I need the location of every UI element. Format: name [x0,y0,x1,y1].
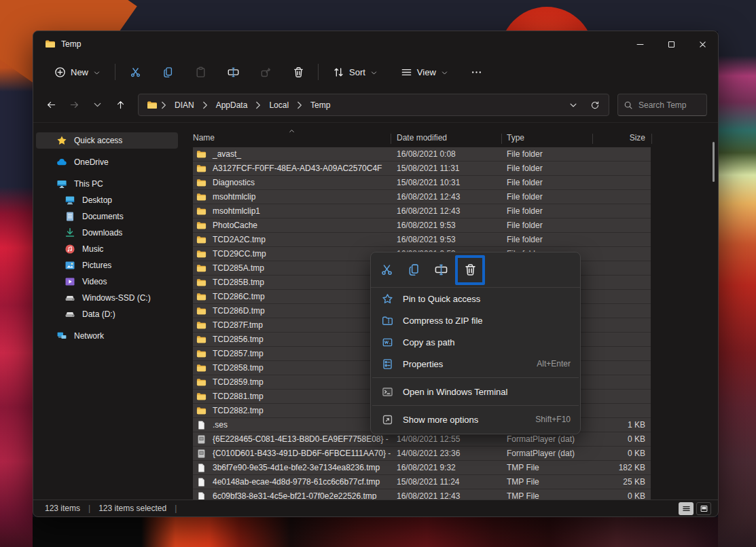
table-row[interactable]: Diagnostics15/08/2021 10:31File folder [193,176,651,190]
column-header-date-modified[interactable]: Date modified [391,133,501,147]
sidebar-item-this-pc[interactable]: This PC [36,176,178,192]
file-name-cell: A3127FCF-F0FF-48EA-AD43-A09AC2570C4F [193,164,391,174]
table-row[interactable]: _avast_16/08/2021 0:08File folder [193,147,651,162]
new-button[interactable]: New [48,62,107,83]
close-icon [698,39,707,48]
column-header-name[interactable]: Name [193,133,391,147]
file-name-cell: TCD29CC.tmp [193,249,391,259]
context-menu-item-label: Properties [403,359,443,369]
context-menu-item-label: Copy as path [403,337,455,347]
folder-icon [147,100,158,111]
sort-button[interactable]: Sort [327,62,384,83]
file-name: TCD29CC.tmp [213,249,266,259]
column-header-type[interactable]: Type [501,133,592,147]
context-menu-shortcut: Shift+F10 [535,415,571,424]
search-input[interactable] [638,100,701,110]
copy-button[interactable] [156,61,179,83]
minimize-button[interactable] [624,31,655,56]
context-menu-item-open-in-windows-terminal[interactable]: Open in Windows Terminal [371,381,580,402]
refresh-button[interactable] [586,96,605,114]
delete-icon [464,263,477,276]
file-name-cell: PhotoCache [193,221,391,231]
context-delete-button[interactable] [458,258,482,282]
close-button[interactable] [687,31,718,56]
context-menu-divider [372,377,579,378]
table-row[interactable]: TCD2A2C.tmp16/08/2021 9:53File folder [193,233,651,247]
large-icons-view-button[interactable] [696,502,711,515]
context-menu-item-label: Show more options [403,415,478,425]
view-button[interactable]: View [395,62,454,83]
rename-button[interactable] [221,61,245,83]
maximize-button[interactable] [655,31,687,56]
file-name-cell: TCD2857.tmp [193,349,391,359]
forward-button[interactable] [63,94,85,116]
column-divider [501,134,502,144]
sort-icon [333,67,344,78]
table-row[interactable]: A3127FCF-F0FF-48EA-AD43-A09AC2570C4F15/0… [193,162,651,176]
file-name-cell: 4e0148ab-ecae-4d8d-9778-61cc6c6b77cf.tmp [193,477,391,487]
recent-locations-button[interactable] [86,94,108,116]
context-menu-item-show-more-options[interactable]: Show more optionsShift+F10 [371,409,580,430]
column-header-size[interactable]: Size [592,133,651,147]
delete-button[interactable] [287,61,310,83]
table-row[interactable]: 3b6f7e90-9e35-4d1e-bfe2-3e7134ea8236.tmp… [193,461,651,475]
file-name: A3127FCF-F0FF-48EA-AD43-A09AC2570C4F [213,164,382,173]
back-button[interactable] [40,94,62,116]
column-divider [651,134,652,144]
cut-button[interactable] [124,61,147,83]
sidebar-item-pictures[interactable]: Pictures [36,257,178,274]
context-menu-item-properties[interactable]: PropertiesAlt+Enter [371,353,580,375]
context-rename-button[interactable] [429,258,453,282]
details-view-button[interactable] [679,502,694,515]
sidebar-item-label: Pictures [82,261,111,270]
sidebar-item-videos[interactable]: Videos [36,274,178,290]
sidebar-item-downloads[interactable]: Downloads [36,225,178,241]
address-bar[interactable]: DIANAppDataLocalTemp [138,94,609,116]
sidebar-item-windows-ssd-c[interactable]: Windows-SSD (C:) [36,290,178,306]
context-menu-item-pin-to-quick-access[interactable]: Pin to Quick access [371,288,580,309]
file-icon [196,463,206,473]
context-cut-button[interactable] [374,258,399,282]
context-copy-button[interactable] [401,258,426,282]
file-date-cell: 16/08/2021 12:43 [391,491,501,499]
file-date-cell: 16/08/2021 9:32 [391,463,501,472]
vertical-scrollbar[interactable] [713,142,715,182]
file-name-cell: TCD2881.tmp [193,392,391,402]
sidebar-item-desktop[interactable]: Desktop [36,192,178,208]
more-options-button[interactable] [465,61,488,83]
table-row[interactable]: {C010D601-B433-491D-BD6F-6FBCE111AA70} -… [193,447,651,461]
table-row[interactable]: msohtmlclip16/08/2021 12:43File folder [193,190,651,204]
file-name: _avast_ [213,149,241,159]
chevron-down-icon [441,69,448,76]
context-menu-item-compress-to-zip-file[interactable]: Compress to ZIP file [371,309,580,331]
sidebar-item-music[interactable]: Music [36,241,178,257]
breadcrumb-local[interactable]: Local [264,98,293,113]
file-name-cell: 6c09bf38-8e31-4c5e-bf21-07f0e2e22526.tmp [193,491,391,500]
address-dropdown-button[interactable] [564,96,583,114]
table-row[interactable]: 6c09bf38-8e31-4c5e-bf21-07f0e2e22526.tmp… [193,489,651,499]
breadcrumb-temp[interactable]: Temp [306,98,335,113]
sidebar-item-documents[interactable]: Documents [36,208,178,225]
desktop: Temp New Sort Vi [0,0,756,547]
sidebar-item-quick-access[interactable]: Quick access [36,132,178,149]
navigation-pane: Quick accessOneDriveThis PCDesktopDocume… [33,123,181,499]
plus-circle-icon [54,67,66,78]
sidebar-item-data-d[interactable]: Data (D:) [36,306,178,322]
search-box[interactable] [617,94,707,116]
up-button[interactable] [109,94,131,116]
breadcrumb-dian[interactable]: DIAN [170,98,199,113]
table-row[interactable]: PhotoCache16/08/2021 9:53File folder [193,219,651,233]
selected-count: 123 items selected [98,504,166,513]
context-menu-item-copy-as-path[interactable]: Copy as path [371,331,580,353]
table-row[interactable]: 4e0148ab-ecae-4d8d-9778-61cc6c6b77cf.tmp… [193,475,651,489]
copy-path-icon [382,337,393,348]
breadcrumb-appdata[interactable]: AppData [211,98,253,113]
file-name: TCD286C.tmp [213,292,265,301]
file-name: 6c09bf38-8e31-4c5e-bf21-07f0e2e22526.tmp [213,491,377,499]
table-row[interactable]: {6E228465-C081-4E13-B8D0-EA9EF7758E08} -… [193,432,651,447]
sidebar-item-network[interactable]: Network [36,328,178,344]
show-more-icon [382,414,393,426]
maximize-icon [667,39,676,48]
sidebar-item-onedrive[interactable]: OneDrive [36,154,178,170]
table-row[interactable]: msohtmlclip116/08/2021 12:43File folder [193,204,651,219]
